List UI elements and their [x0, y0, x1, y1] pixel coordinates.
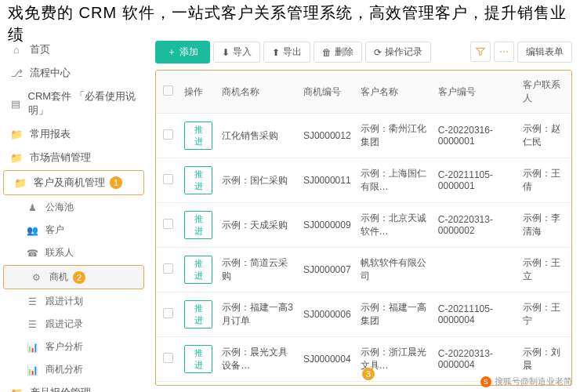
folder-icon: 📁 [9, 129, 24, 140]
sidebar-item-label: 常用报表 [30, 127, 71, 141]
export-button[interactable]: ⬆导出 [263, 42, 310, 63]
cell-code: SJ0000006 [299, 292, 356, 337]
table-row: 推进 江化销售采购 SJ0000012 示例：衢州江化集团 C-20220316… [156, 114, 571, 158]
column-header[interactable]: 客户编号 [433, 71, 519, 114]
sidebar-item-3[interactable]: 📁常用报表 [0, 122, 147, 146]
folder-icon: 📁 [13, 177, 27, 189]
advance-button[interactable]: 推进 [184, 256, 212, 284]
row-checkbox[interactable] [163, 129, 173, 140]
sidebar-item-label: 商机分析 [45, 363, 83, 376]
row-checkbox[interactable] [163, 219, 173, 229]
sidebar-item-6[interactable]: ♟公海池 [0, 196, 147, 219]
sidebar-item-7[interactable]: 👥客户 [0, 219, 147, 241]
cell-custcode: C-20220313-0000002 [433, 203, 519, 248]
column-header[interactable]: 商机编号 [299, 71, 356, 114]
plus-icon: ＋ [167, 45, 176, 59]
cell-name[interactable]: 示例：简道云采购 [217, 248, 299, 292]
sidebar-item-4[interactable]: 📁市场营销管理 [0, 146, 147, 169]
sidebar-item-label: 跟进记录 [45, 318, 83, 331]
advance-button[interactable]: 推进 [184, 122, 212, 150]
annotation-badge-3: 3 [362, 368, 375, 380]
cell-customer[interactable]: 示例：上海国仁有限… [356, 158, 433, 203]
cell-code: SJ0000004 [299, 337, 356, 382]
advance-button[interactable]: 推进 [184, 211, 212, 239]
select-all-checkbox[interactable] [163, 85, 173, 96]
sidebar-item-5[interactable]: 📁客户及商机管理1 [3, 170, 144, 195]
table-row: 推进 示例：福建一高3月订单 SJ0000006 示例：福建一高集团 C-202… [156, 292, 571, 337]
sidebar-item-label: 联系人 [45, 246, 74, 260]
sidebar-item-label: 跟进计划 [45, 295, 83, 308]
sidebar-item-label: 首页 [30, 42, 50, 56]
sidebar-item-1[interactable]: ⎇流程中心 [0, 61, 147, 85]
main-panel: ＋添加 ⬇导入 ⬆导出 🗑删除 ⟳操作记录 ⋯ 编辑表单 操作商机名称商机编号客… [147, 6, 580, 392]
oplog-button[interactable]: ⟳操作记录 [365, 42, 431, 63]
cell-name[interactable]: 示例：福建一高3月订单 [217, 292, 299, 337]
cell-code: SJ0000009 [299, 203, 356, 248]
filter-button[interactable] [470, 42, 491, 62]
cell-custcode: C-20211105-0000004 [433, 292, 519, 337]
column-header[interactable]: 商机名称 [217, 71, 299, 114]
column-header[interactable]: 客户联系人 [518, 71, 571, 114]
cell-custcode: C-20211105-0000001 [433, 158, 519, 203]
folder-icon: 📁 [9, 387, 24, 393]
cell-custcode: C-20220316-0000001 [433, 114, 519, 158]
upload-icon: ⬆ [272, 47, 280, 58]
cell-code: SJ0000011 [299, 158, 356, 203]
cell-name[interactable]: 江化销售采购 [217, 114, 299, 158]
sidebar-item-13[interactable]: 📊商机分析 [0, 358, 147, 381]
sidebar-item-10[interactable]: ☰跟进计划 [0, 290, 147, 313]
sidebar-item-2[interactable]: ▤CRM套件 「必看使用说明」 [0, 85, 147, 122]
cell-customer[interactable]: 帆软软件有限公司 [356, 248, 433, 292]
chart-icon: 📊 [25, 365, 39, 376]
delete-button[interactable]: 🗑删除 [314, 42, 362, 63]
annotation-badge: 1 [110, 176, 122, 189]
cell-name[interactable]: 示例：晨光文具设备… [217, 337, 299, 382]
advance-button[interactable]: 推进 [184, 300, 212, 328]
cell-customer[interactable]: 示例：福建一高集团 [356, 292, 433, 337]
user-icon: ♟ [25, 202, 39, 213]
cell-name[interactable]: 示例：国仁采购 [217, 158, 299, 203]
cell-contact: 示例：王立 [518, 248, 571, 292]
advance-button[interactable]: 推进 [184, 345, 212, 373]
sidebar: ⌂首页⎇流程中心▤CRM套件 「必看使用说明」📁常用报表📁市场营销管理📁客户及商… [0, 6, 147, 392]
sohu-logo-icon: S [480, 376, 491, 387]
cell-customer[interactable]: 示例：北京天诚软件… [356, 203, 433, 248]
import-button[interactable]: ⬇导入 [213, 42, 260, 63]
sidebar-item-11[interactable]: ☰跟进记录 [0, 313, 147, 336]
row-checkbox[interactable] [163, 353, 173, 363]
cell-contact: 示例：赵仁民 [518, 114, 571, 158]
doc-icon: ▤ [9, 98, 22, 110]
advance-button[interactable]: 推进 [184, 166, 212, 194]
cell-custcode [433, 248, 519, 292]
sidebar-item-0[interactable]: ⌂首页 [0, 38, 147, 61]
more-button[interactable]: ⋯ [494, 42, 514, 62]
filter-icon [475, 46, 486, 57]
users-icon: 👥 [25, 225, 39, 236]
add-button[interactable]: ＋添加 [155, 41, 210, 64]
sidebar-item-14[interactable]: 📁产品报价管理 [0, 381, 147, 392]
home-icon: ⌂ [9, 44, 24, 56]
row-checkbox[interactable] [163, 263, 173, 274]
phone-icon: ☎ [25, 248, 39, 259]
toolbar: ＋添加 ⬇导入 ⬆导出 🗑删除 ⟳操作记录 ⋯ 编辑表单 [155, 41, 572, 64]
cell-customer[interactable]: 示例：衢州江化集团 [356, 114, 433, 158]
watermark: S搜狐号@制造业老简 [480, 376, 572, 387]
trash-icon: 🗑 [322, 47, 332, 58]
cell-contact: 示例：王倩 [518, 158, 571, 203]
cell-name[interactable]: 示例：天成采购 [217, 203, 299, 248]
sidebar-item-label: 公海池 [45, 201, 74, 214]
column-header[interactable]: 客户名称 [356, 71, 433, 114]
cell-code: SJ0000012 [299, 114, 356, 158]
sidebar-item-label: 市场营销管理 [30, 151, 91, 165]
sidebar-item-8[interactable]: ☎联系人 [0, 241, 147, 264]
edit-form-button[interactable]: 编辑表单 [517, 42, 572, 63]
sidebar-item-label: 商机 [49, 270, 68, 284]
sidebar-item-label: 客户分析 [45, 340, 83, 354]
table-container: 操作商机名称商机编号客户名称客户编号客户联系人 推进 江化销售采购 SJ0000… [155, 70, 572, 386]
row-checkbox[interactable] [163, 308, 173, 318]
row-checkbox[interactable] [163, 174, 173, 184]
sidebar-item-label: 产品报价管理 [30, 386, 91, 392]
column-header[interactable]: 操作 [179, 71, 217, 114]
sidebar-item-9[interactable]: ⚙商机2 [3, 265, 144, 289]
sidebar-item-12[interactable]: 📊客户分析 [0, 336, 147, 358]
